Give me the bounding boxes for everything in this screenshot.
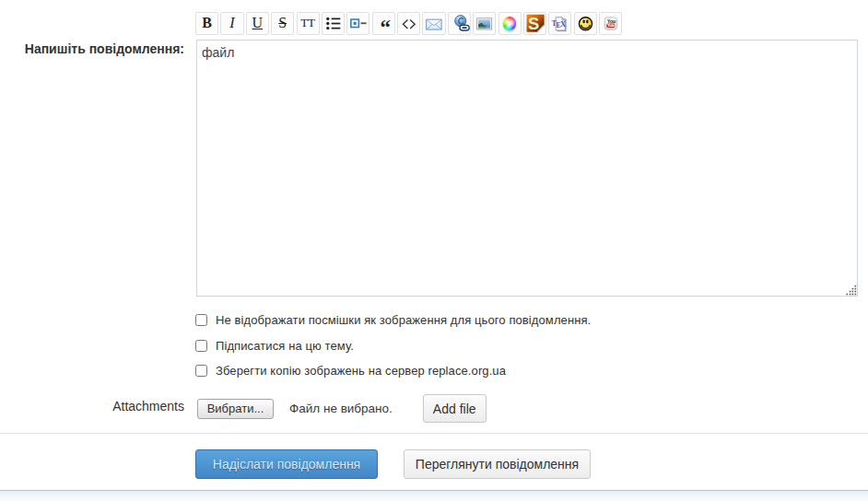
svg-text:You: You (607, 18, 616, 24)
svg-text:X: X (560, 18, 567, 28)
svg-text:Tube: Tube (607, 24, 616, 28)
svg-text:S: S (528, 14, 539, 33)
